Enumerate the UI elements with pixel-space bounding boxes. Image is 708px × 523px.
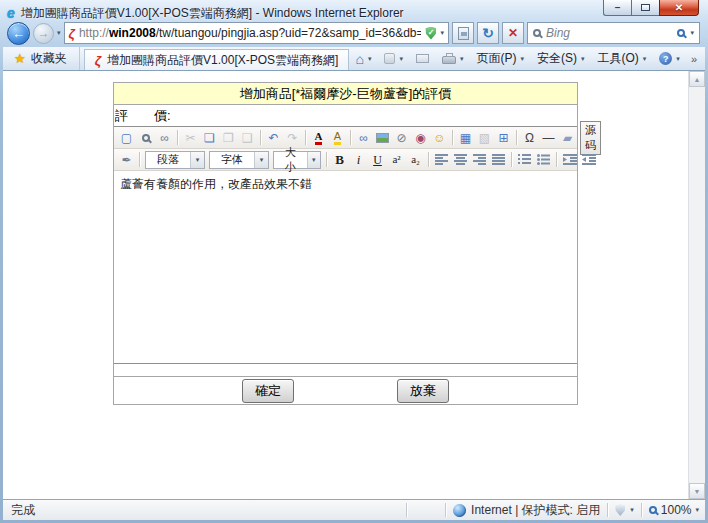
help-dropdown-icon: ▾: [676, 55, 680, 63]
home-dropdown[interactable]: ▾: [368, 55, 372, 63]
feeds-dropdown[interactable]: ▾: [399, 55, 403, 63]
paste-word-icon[interactable]: ❑: [238, 129, 257, 147]
help-icon: ?: [659, 52, 672, 65]
insert-image-icon[interactable]: [373, 129, 392, 147]
underline-button[interactable]: U: [368, 151, 387, 169]
help-menu[interactable]: ?▾: [654, 50, 685, 67]
align-left-button[interactable]: [432, 151, 451, 169]
zoom-control[interactable]: 100% ▾: [649, 503, 701, 517]
print-dropdown[interactable]: ▾: [460, 55, 464, 63]
special-symbol-icon[interactable]: Ω: [520, 129, 539, 147]
highlight-color-icon[interactable]: A: [328, 129, 347, 147]
close-button[interactable]: ✕: [659, 0, 699, 16]
home-button[interactable]: ⌂▾: [350, 49, 376, 69]
paragraph-dropdown-arrow[interactable]: ▾: [190, 152, 204, 168]
feeds-button[interactable]: ▾: [379, 51, 408, 66]
outdent-button[interactable]: [579, 151, 598, 169]
preview-icon[interactable]: [136, 129, 155, 147]
address-bar[interactable]: ζ http://win2008/tw/tuangou/pingjia.asp?…: [64, 22, 449, 44]
insert-media-icon[interactable]: ◉: [411, 129, 430, 147]
font-dropdown[interactable]: 字体▾: [209, 151, 269, 169]
privacy-control[interactable]: ▾: [615, 504, 634, 516]
eraser-icon[interactable]: ▰: [558, 129, 577, 147]
scroll-up-button[interactable]: ▲: [689, 71, 705, 87]
unordered-list-button[interactable]: [534, 151, 553, 169]
size-dropdown-arrow[interactable]: ▾: [307, 152, 320, 168]
confirm-button[interactable]: 確定: [242, 379, 294, 403]
forward-button[interactable]: →: [33, 23, 54, 44]
paragraph-dropdown[interactable]: 段落▾: [145, 151, 205, 169]
paragraph-dropdown-label: 段落: [146, 152, 190, 167]
subscript-button[interactable]: a₂: [406, 151, 425, 169]
safety-shield-icon[interactable]: ✓: [425, 27, 436, 40]
stop-button[interactable]: ✕: [502, 22, 524, 44]
print-button[interactable]: ▾: [437, 51, 469, 66]
zoom-dropdown-icon: ▾: [695, 506, 699, 514]
separator: [556, 152, 557, 167]
insert-link-icon[interactable]: ∞: [354, 129, 373, 147]
page-menu[interactable]: 页面(P)▾: [471, 48, 529, 69]
align-justify-button[interactable]: [489, 151, 508, 169]
maximize-button[interactable]: [631, 0, 659, 16]
split-cells-icon[interactable]: ⊞: [494, 129, 513, 147]
compatibility-view-button[interactable]: [452, 22, 474, 44]
font-dropdown-label: 字体: [210, 152, 254, 167]
status-right-area: Internet | 保护模式: 启用 ▾ 100% ▾: [375, 502, 701, 519]
url-scheme: http://: [79, 26, 109, 40]
address-dropdown[interactable]: ▾: [440, 29, 444, 37]
align-center-button[interactable]: [451, 151, 470, 169]
safety-menu-label: 安全(S): [537, 50, 577, 67]
copy-icon[interactable]: ❏: [200, 129, 219, 147]
horizontal-rule-icon[interactable]: —: [539, 129, 558, 147]
feeds-icon: [384, 53, 395, 64]
font-color-icon[interactable]: A: [309, 129, 328, 147]
paste-icon[interactable]: ❐: [219, 129, 238, 147]
italic-button[interactable]: i: [349, 151, 368, 169]
insert-table-icon[interactable]: ▦: [456, 129, 475, 147]
find-icon[interactable]: ∞: [155, 129, 174, 147]
refresh-button[interactable]: ↻: [477, 22, 499, 44]
ordered-list-icon: [518, 154, 531, 165]
emoticon-icon[interactable]: ☺: [430, 129, 449, 147]
table-properties-icon[interactable]: ▧: [475, 129, 494, 147]
page-viewport: 增加商品[*福爾摩沙-巨物蘆薈]的評價 評 價: ▢ ∞ ✂ ❏ ❐ ❑: [3, 71, 705, 499]
favorites-label: 收藏夹: [31, 50, 67, 67]
align-left-icon: [435, 154, 448, 165]
tools-menu[interactable]: 工具(O)▾: [593, 48, 652, 69]
font-dropdown-arrow[interactable]: ▾: [254, 152, 268, 168]
size-dropdown-label: 大小: [274, 145, 307, 175]
back-button[interactable]: ←: [7, 22, 30, 45]
bold-button[interactable]: B: [330, 151, 349, 169]
search-box[interactable]: Bing ▾: [527, 22, 700, 44]
align-right-button[interactable]: [470, 151, 489, 169]
toolbar-overflow-chevron[interactable]: »: [688, 53, 700, 65]
size-dropdown[interactable]: 大小▾: [273, 151, 321, 169]
safety-menu[interactable]: 安全(S)▾: [532, 48, 590, 69]
format-brush-icon[interactable]: ✒: [117, 151, 136, 169]
ordered-list-button[interactable]: [515, 151, 534, 169]
new-document-icon[interactable]: ▢: [117, 129, 136, 147]
scroll-down-icon: ▼: [694, 488, 701, 495]
source-code-button[interactable]: 源码: [580, 121, 601, 155]
separator: [139, 152, 140, 167]
search-options-dropdown[interactable]: ▾: [690, 29, 694, 37]
internet-globe-icon: [453, 504, 466, 517]
mail-icon: [416, 54, 429, 63]
scroll-down-button[interactable]: ▼: [689, 483, 705, 499]
recent-pages-dropdown[interactable]: ▾: [57, 29, 61, 37]
vertical-scrollbar[interactable]: ▲ ▼: [688, 71, 705, 499]
insert-flash-icon[interactable]: ⊘: [392, 129, 411, 147]
cut-icon[interactable]: ✂: [181, 129, 200, 147]
favorites-button[interactable]: ★ 收藏夹: [5, 47, 80, 70]
indent-button[interactable]: [560, 151, 579, 169]
superscript-button[interactable]: a²: [387, 151, 406, 169]
tab-current[interactable]: ζ 增加團購商品評價V1.00[X-POS雲端商務網]: [84, 49, 350, 70]
subscript-icon: a₂: [411, 154, 420, 165]
editor-text-area[interactable]: 蘆薈有養顏的作用，改產品效果不錯: [114, 171, 577, 363]
read-mail-button[interactable]: [411, 52, 434, 65]
abandon-button[interactable]: 放棄: [397, 379, 449, 403]
search-go-icon[interactable]: [677, 29, 685, 37]
align-center-icon: [454, 154, 467, 165]
refresh-icon: ↻: [482, 25, 494, 41]
minimize-button[interactable]: –: [603, 0, 631, 16]
